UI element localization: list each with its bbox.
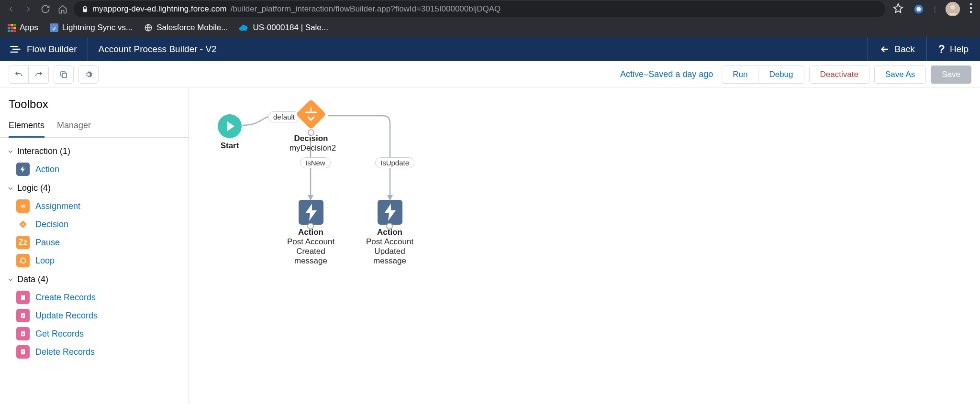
deactivate-button[interactable]: Deactivate bbox=[809, 66, 869, 84]
palette-loop[interactable]: Loop bbox=[3, 251, 186, 270]
edge-label-isnew[interactable]: IsNew bbox=[300, 157, 331, 168]
palette-pause[interactable]: Zz Pause bbox=[3, 233, 186, 251]
undo-button[interactable] bbox=[9, 66, 29, 84]
bookmark-apps[interactable]: Apps bbox=[8, 23, 38, 33]
url-domain: myapporg-dev-ed.lightning.force.com bbox=[92, 4, 227, 14]
palette-delete-records[interactable]: Delete Records bbox=[3, 343, 186, 361]
svg-rect-15 bbox=[21, 313, 25, 318]
back-button[interactable]: Back bbox=[868, 37, 926, 61]
edge-label-isupdate[interactable]: IsUpdate bbox=[375, 157, 414, 168]
chevron-down-icon bbox=[7, 185, 14, 192]
action-icon bbox=[16, 163, 30, 176]
toolbar: Active–Saved a day ago Run Debug Deactiv… bbox=[0, 61, 980, 88]
save-button[interactable]: Save bbox=[931, 66, 971, 84]
sync-app-icon bbox=[50, 23, 58, 32]
tab-elements[interactable]: Elements bbox=[9, 116, 45, 138]
decision-icon bbox=[16, 218, 30, 231]
group-interaction[interactable]: Interaction (1) bbox=[3, 142, 186, 160]
chrome-menu-icon[interactable] bbox=[969, 3, 972, 16]
salesforce-cloud-icon bbox=[239, 24, 249, 31]
palette-get-records[interactable]: Get Records bbox=[3, 325, 186, 343]
svg-point-3 bbox=[950, 5, 955, 10]
toolbox-title: Toolbox bbox=[0, 88, 189, 116]
get-records-icon bbox=[16, 327, 30, 340]
lock-icon bbox=[81, 6, 89, 13]
bookmark-mobile[interactable]: Salesforce Mobile... bbox=[144, 23, 228, 33]
svg-rect-11 bbox=[21, 207, 25, 207]
apps-grid-icon bbox=[8, 24, 16, 32]
address-bar[interactable]: myapporg-dev-ed.lightning.force.com/buil… bbox=[74, 1, 885, 17]
svg-point-4 bbox=[970, 3, 972, 5]
flow-builder-logo-icon bbox=[9, 43, 22, 56]
profile-avatar[interactable] bbox=[946, 2, 960, 16]
svg-rect-21 bbox=[296, 99, 326, 130]
svg-point-5 bbox=[970, 7, 972, 9]
redo-button[interactable] bbox=[29, 66, 49, 84]
debug-button[interactable]: Debug bbox=[758, 66, 804, 84]
group-logic[interactable]: Logic (4) bbox=[3, 178, 186, 197]
start-icon bbox=[218, 114, 242, 138]
nav-fwd-icon[interactable] bbox=[22, 3, 34, 15]
node-action-created[interactable]: Action Post Account Created message bbox=[283, 200, 338, 266]
home-icon[interactable] bbox=[56, 3, 69, 15]
settings-button[interactable] bbox=[78, 66, 99, 84]
update-records-icon bbox=[16, 309, 30, 322]
tab-manager[interactable]: Manager bbox=[57, 116, 91, 137]
action-node-icon bbox=[378, 200, 402, 225]
pause-icon: Zz bbox=[16, 236, 30, 249]
node-decision[interactable]: Decision myDecision2 bbox=[290, 98, 333, 153]
svg-rect-14 bbox=[22, 294, 24, 295]
flow-status: Active–Saved a day ago bbox=[620, 69, 713, 79]
extension-icon[interactable] bbox=[913, 3, 924, 15]
bookmark-case[interactable]: US-0000184 | Sale... bbox=[239, 23, 328, 33]
create-records-icon bbox=[16, 291, 30, 304]
flow-canvas[interactable]: default IsNew IsUpdate Start Decision my… bbox=[189, 88, 980, 404]
url-path: /builder_platform_interaction/flowBuilde… bbox=[231, 4, 501, 14]
palette-update-records[interactable]: Update Records bbox=[3, 306, 186, 325]
help-button[interactable]: ? Help bbox=[926, 37, 980, 61]
svg-rect-10 bbox=[21, 205, 25, 206]
svg-point-6 bbox=[970, 11, 972, 12]
star-icon[interactable] bbox=[893, 3, 903, 16]
assignment-icon bbox=[16, 199, 30, 213]
palette-create-records[interactable]: Create Records bbox=[3, 288, 186, 306]
app-title: Flow Builder bbox=[27, 44, 77, 55]
flow-title: Account Process Builder - V2 bbox=[99, 44, 217, 55]
bookmark-sync[interactable]: Lightning Sync vs... bbox=[50, 23, 133, 33]
node-start[interactable]: Start bbox=[218, 114, 242, 151]
reload-icon[interactable] bbox=[39, 3, 52, 15]
globe-icon bbox=[144, 23, 153, 32]
palette-decision[interactable]: Decision bbox=[3, 215, 186, 233]
delete-records-icon bbox=[16, 345, 30, 359]
svg-rect-13 bbox=[21, 295, 25, 300]
duplicate-button[interactable] bbox=[54, 66, 74, 84]
loop-icon bbox=[16, 254, 30, 267]
action-node-icon bbox=[299, 200, 323, 225]
save-as-button[interactable]: Save As bbox=[874, 66, 926, 84]
svg-rect-7 bbox=[50, 23, 58, 32]
chevron-down-icon bbox=[7, 276, 14, 284]
decision-node-icon bbox=[294, 98, 328, 131]
run-button[interactable]: Run bbox=[722, 66, 758, 84]
node-action-updated[interactable]: Action Post Account Updated message bbox=[362, 200, 417, 266]
nav-back-icon[interactable] bbox=[5, 3, 17, 15]
chevron-down-icon bbox=[7, 148, 14, 155]
svg-point-1 bbox=[916, 7, 921, 11]
palette-assignment[interactable]: Assignment bbox=[3, 197, 186, 215]
toolbox-panel: Toolbox Elements Manager Interaction (1)… bbox=[0, 88, 189, 404]
palette-action[interactable]: Action bbox=[3, 160, 186, 178]
app-header: Flow Builder Account Process Builder - V… bbox=[0, 37, 980, 61]
group-data[interactable]: Data (4) bbox=[3, 270, 186, 288]
svg-rect-9 bbox=[62, 73, 67, 77]
